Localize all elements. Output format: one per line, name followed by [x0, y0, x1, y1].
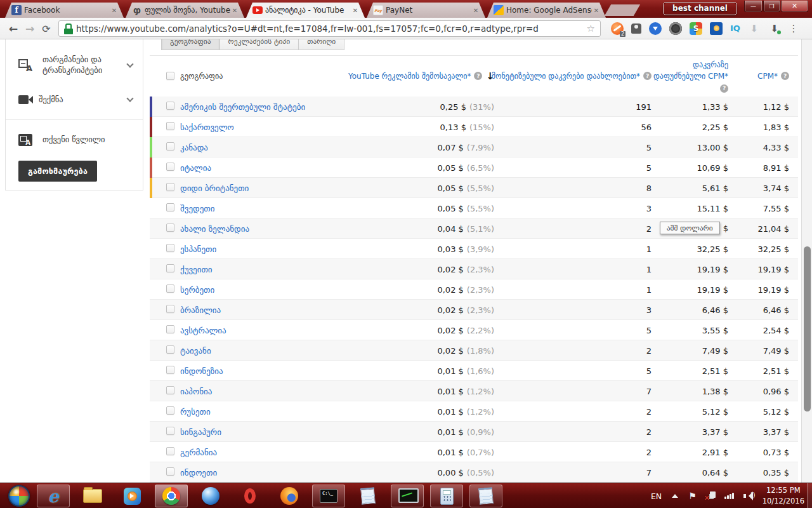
url-text[interactable]: https://www.youtube.com/analytics?o=U#dt…: [76, 23, 587, 34]
tab-close-icon[interactable]: [592, 7, 601, 14]
taskbar-internet-explorer[interactable]: [37, 485, 70, 507]
taskbar-start-button[interactable]: [3, 485, 36, 507]
country-link[interactable]: ინდოეთი: [180, 468, 217, 478]
network-error-icon[interactable]: [705, 491, 716, 500]
country-link[interactable]: სინგაპური: [180, 427, 221, 437]
address-bar[interactable]: https://www.youtube.com/analytics?o=U#dt…: [58, 20, 601, 37]
browser-tab[interactable]: Home: Google AdSense: [487, 3, 606, 18]
orange-circle-extension-icon[interactable]: 2: [611, 22, 624, 35]
taskbar-command-prompt[interactable]: [312, 485, 345, 507]
browser-tab[interactable]: PayNet: [367, 3, 485, 18]
row-checkbox[interactable]: [166, 305, 174, 313]
row-checkbox[interactable]: [166, 366, 174, 374]
blue-square-extension-icon[interactable]: [710, 22, 723, 35]
gray-down-extension-icon[interactable]: [748, 22, 761, 35]
tab-close-icon[interactable]: [351, 7, 360, 14]
row-checkbox[interactable]: [166, 244, 174, 252]
country-link[interactable]: იაპონია: [180, 387, 212, 396]
select-all-checkbox[interactable]: [166, 72, 174, 80]
tab-close-icon[interactable]: [471, 7, 480, 14]
country-link[interactable]: ახალი ზელანდია: [180, 224, 249, 234]
tray-expand-icon[interactable]: [672, 491, 678, 498]
restore-button[interactable]: [763, 1, 780, 12]
iq-extension-icon[interactable]: IQ: [730, 22, 740, 35]
filter-tab-geography[interactable]: გეოგრაფია: [161, 39, 220, 50]
country-link[interactable]: ამერიკის შეერთებული შტატები: [180, 102, 305, 112]
help-icon[interactable]: [781, 72, 789, 80]
row-checkbox[interactable]: [166, 386, 174, 394]
action-center-flag-icon[interactable]: [688, 491, 697, 501]
signal-bars-icon[interactable]: [724, 493, 735, 499]
multicolor-s-extension-icon[interactable]: [690, 22, 702, 35]
row-checkbox[interactable]: [166, 142, 174, 150]
country-link[interactable]: იტალია: [180, 163, 211, 173]
browser-tab[interactable]: Facebook: [5, 3, 124, 18]
country-link[interactable]: გერმანია: [180, 448, 217, 457]
row-checkbox[interactable]: [166, 203, 174, 211]
country-link[interactable]: სერბეთი: [180, 285, 214, 295]
taskbar-notepad-2[interactable]: [469, 485, 502, 507]
filter-tab-adtype[interactable]: რეკლამების ტიპი: [219, 39, 299, 50]
sidebar-item-create[interactable]: შექმნა: [6, 89, 143, 110]
sidebar-item-contribution[interactable]: თქვენი წვლილი: [6, 129, 143, 150]
taskbar-task-manager[interactable]: [391, 485, 424, 507]
close-button[interactable]: [781, 1, 808, 12]
blue-down-extension-icon[interactable]: [649, 22, 662, 35]
person-extension-icon[interactable]: [631, 23, 641, 34]
taskbar-chrome[interactable]: [155, 485, 188, 507]
help-icon[interactable]: [643, 72, 652, 80]
clock[interactable]: 12:55 PM 10/12/2016: [763, 485, 804, 506]
country-link[interactable]: ქუვეითი: [180, 265, 213, 274]
taskbar-media-player[interactable]: [115, 485, 148, 507]
bookmark-star-icon[interactable]: [587, 23, 595, 34]
row-checkbox[interactable]: [166, 345, 174, 354]
scrollbar-thumb[interactable]: [804, 246, 811, 411]
taskbar-file-explorer[interactable]: [76, 485, 109, 507]
row-checkbox[interactable]: [166, 325, 174, 333]
country-link[interactable]: ავსტრალია: [180, 326, 226, 335]
row-checkbox[interactable]: [166, 122, 174, 130]
chevron-down-icon[interactable]: [126, 95, 133, 102]
row-checkbox[interactable]: [166, 102, 174, 110]
country-link[interactable]: რუსეთი: [180, 407, 211, 417]
tab-close-icon[interactable]: [230, 7, 239, 14]
column-header-revenue[interactable]: YouTube რეკლამის შემოსავალი*: [348, 72, 471, 81]
taskbar-firefox[interactable]: [273, 485, 306, 507]
country-link[interactable]: კანადა: [180, 143, 208, 152]
minimize-button[interactable]: [744, 1, 763, 12]
help-icon[interactable]: [720, 84, 728, 93]
row-checkbox[interactable]: [166, 427, 174, 435]
reload-icon[interactable]: [38, 22, 55, 35]
country-link[interactable]: ესპანეთი: [180, 244, 216, 254]
scrollbar[interactable]: [801, 39, 812, 483]
new-tab-button[interactable]: [605, 4, 640, 16]
taskbar-opera[interactable]: [233, 485, 266, 507]
country-link[interactable]: შვედეთი: [180, 204, 214, 213]
row-checkbox[interactable]: [166, 183, 174, 191]
taskbar-calculator[interactable]: [430, 485, 463, 507]
country-link[interactable]: ბრაზილია: [180, 305, 221, 315]
taskbar-blue-globe[interactable]: [194, 485, 227, 507]
row-checkbox[interactable]: [166, 224, 174, 232]
row-checkbox[interactable]: [166, 467, 174, 476]
row-checkbox[interactable]: [166, 284, 174, 293]
language-indicator[interactable]: EN: [651, 491, 662, 501]
column-header-cpm[interactable]: CPM*: [757, 72, 778, 81]
row-checkbox[interactable]: [166, 264, 174, 272]
column-header-geography[interactable]: გეოგრაფია: [180, 55, 339, 97]
volume-icon[interactable]: [743, 491, 755, 500]
country-link[interactable]: ინდონეზია: [180, 366, 223, 376]
browser-tab[interactable]: ანალიტიკა - YouTube: [246, 3, 365, 18]
forward-icon[interactable]: [22, 22, 38, 35]
filter-tab-date[interactable]: თარიღი: [298, 39, 344, 50]
row-checkbox[interactable]: [166, 447, 174, 455]
row-checkbox[interactable]: [166, 163, 174, 171]
column-header-cpm-playback[interactable]: დაკვრაზე დაფუძნებული CPM*: [653, 60, 728, 81]
wheel-extension-icon[interactable]: [669, 22, 682, 35]
taskbar-notepad[interactable]: [351, 485, 384, 507]
row-checkbox[interactable]: [166, 406, 174, 415]
sidebar-item-translations[interactable]: თარგმანები და ტრანსკრიპტები: [6, 51, 143, 80]
browser-tab[interactable]: ფულის შოვნა, Youtubel: [126, 3, 244, 18]
show-desktop-button[interactable]: [808, 483, 812, 508]
help-icon[interactable]: [474, 72, 482, 80]
